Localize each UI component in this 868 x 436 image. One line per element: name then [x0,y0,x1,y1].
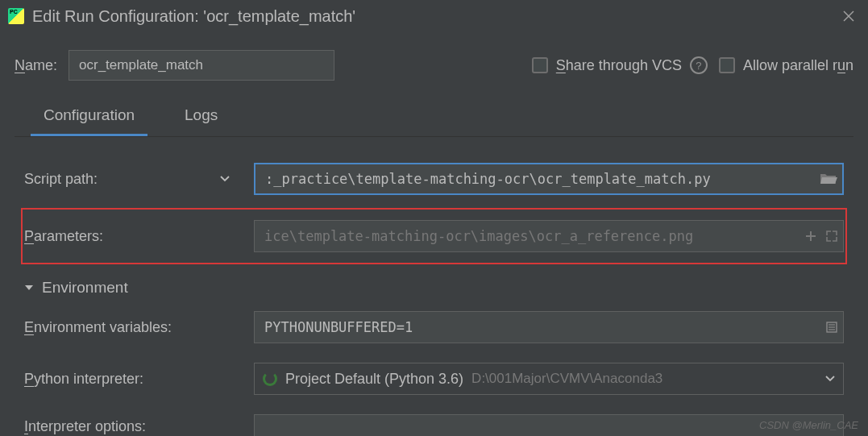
help-icon[interactable]: ? [690,56,708,74]
folder-icon [820,172,837,185]
form-area: Script path: :_practice\template-matchin… [0,137,868,436]
allow-parallel-checkbox[interactable] [719,57,735,73]
environment-label: Environment [42,279,128,297]
window-title: Edit Run Configuration: 'ocr_template_ma… [32,7,829,26]
share-vcs-label: Share through VCS [556,57,682,74]
titlebar: Edit Run Configuration: 'ocr_template_ma… [0,0,868,39]
env-vars-row: Environment variables: PYTHONUNBUFFERED=… [24,301,844,353]
name-row: Name: Share through VCS ? Allow parallel… [0,39,868,98]
tab-bar: Configuration Logs [15,98,853,137]
python-interpreter-dropdown[interactable]: Project Default (Python 3.6) D:\001Major… [254,363,844,395]
interpreter-chevron [825,376,835,382]
parameters-input[interactable]: ice\template-matching-ocr\images\ocr_a_r… [254,220,844,252]
share-vcs-group: Share through VCS ? [532,56,708,74]
tab-configuration[interactable]: Configuration [31,98,147,136]
python-interpreter-label: Python interpreter: [24,371,246,388]
close-button[interactable] [837,5,860,27]
interpreter-name: Project Default (Python 3.6) [285,371,463,388]
interpreter-options-row: Interpreter options: [24,405,844,436]
parameters-highlight-box: Parameters: ice\template-matching-ocr\im… [21,208,847,264]
script-path-row: Script path: :_practice\template-matchin… [24,153,844,205]
loading-spinner-icon [263,372,277,386]
script-path-label: Script path: [24,171,246,188]
tab-logs[interactable]: Logs [172,98,230,136]
allow-parallel-label: Allow parallel run [743,57,853,74]
parameters-label: Parameters: [24,228,246,245]
expand-icon [825,230,838,243]
name-label: Name: [15,57,57,74]
interpreter-path: D:\001Major\CVMV\Anaconda3 [471,371,662,387]
edit-env-vars-button[interactable] [825,321,838,334]
env-vars-input[interactable]: PYTHONUNBUFFERED=1 [254,311,844,343]
script-path-dropdown[interactable] [220,176,230,182]
plus-icon [804,230,817,243]
browse-script-button[interactable] [820,172,837,185]
chevron-down-icon [825,376,835,382]
python-interpreter-row: Python interpreter: Project Default (Pyt… [24,353,844,405]
allow-parallel-group: Allow parallel run [719,57,853,74]
list-icon [825,321,838,334]
share-vcs-checkbox[interactable] [532,57,548,73]
expand-parameters-button[interactable] [825,230,838,243]
add-parameter-button[interactable] [804,230,817,243]
collapse-icon [24,284,34,292]
interpreter-options-label: Interpreter options: [24,418,246,435]
pycharm-icon [8,8,24,24]
close-icon [843,10,854,22]
env-vars-value: PYTHONUNBUFFERED=1 [264,319,817,335]
watermark: CSDN @Merlin_CAE [759,419,858,431]
parameters-value: ice\template-matching-ocr\images\ocr_a_r… [264,228,796,244]
script-path-value: :_practice\template-matching-ocr\ocr_tem… [265,171,815,187]
environment-section-header[interactable]: Environment [24,268,844,301]
parameters-row: Parameters: ice\template-matching-ocr\im… [24,210,844,262]
script-path-input[interactable]: :_practice\template-matching-ocr\ocr_tem… [254,163,844,195]
env-vars-label: Environment variables: [24,319,246,336]
name-input[interactable] [69,50,334,81]
interpreter-options-input[interactable] [254,414,844,436]
chevron-down-icon [220,176,230,182]
